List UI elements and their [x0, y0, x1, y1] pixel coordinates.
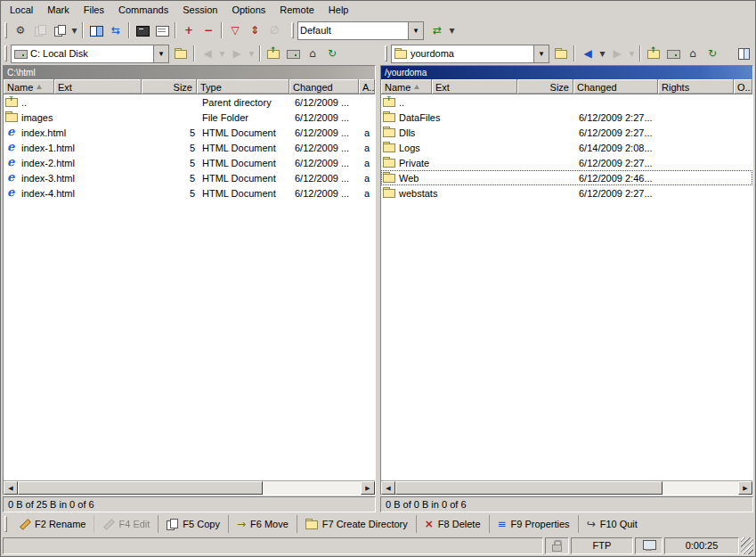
preferences-button[interactable]: ⚙ — [11, 20, 30, 40]
local-drive-combo[interactable]: C: Local Disk — [11, 45, 169, 63]
scrollbar-thumb[interactable] — [395, 481, 663, 495]
column-header[interactable]: Changed — [289, 79, 359, 94]
file-row[interactable]: images File Folder 6/12/2009 ... — [4, 110, 375, 125]
forward-button[interactable]: ▶ — [607, 44, 627, 63]
column-header[interactable]: Size — [142, 79, 197, 94]
f7-create-directory-button[interactable]: F7 Create Directory — [297, 515, 416, 533]
local-path-bar[interactable]: C:\html — [4, 66, 375, 79]
open-directory-button[interactable] — [171, 44, 191, 63]
resize-grip-icon[interactable] — [741, 537, 753, 554]
back-history-dropdown[interactable]: ▾ — [597, 44, 607, 63]
session-button[interactable] — [30, 20, 50, 40]
synchronize-button[interactable]: ⇆ — [106, 20, 126, 40]
file-row[interactable]: .. Parent directory 6/12/2009 ... — [4, 94, 375, 110]
column-header[interactable]: Ext — [54, 79, 142, 94]
root-directory-button[interactable] — [663, 44, 683, 63]
scrollbar-thumb[interactable] — [18, 481, 263, 495]
file-row[interactable]: webstats 6/12/2009 2:27... — [381, 185, 752, 201]
console-button[interactable] — [133, 20, 152, 40]
remote-file-list[interactable]: .. DataFiles 6/12/2009 2:27... — [381, 94, 752, 480]
file-row[interactable]: index-4.html 5 HTML Document 6/12/2009 .… — [4, 185, 375, 201]
session-combo[interactable]: Default — [297, 21, 424, 40]
menu-item[interactable]: Options — [224, 2, 272, 19]
column-header[interactable]: Size — [517, 79, 573, 94]
session-dropdown[interactable]: ▾ — [69, 20, 79, 40]
scroll-right-button[interactable]: ▶ — [361, 481, 375, 495]
f2-rename-button[interactable]: F2 Rename — [11, 515, 93, 533]
back-history-dropdown[interactable]: ▾ — [217, 44, 227, 63]
chevron-down-icon[interactable] — [533, 45, 549, 62]
queue-button[interactable] — [152, 20, 172, 40]
column-header[interactable]: Name — [381, 79, 432, 94]
compare-directories-button[interactable] — [86, 20, 106, 40]
back-button[interactable]: ◀ — [198, 44, 217, 63]
chevron-down-icon[interactable] — [408, 22, 423, 39]
local-file-list[interactable]: .. Parent directory 6/12/2009 ... images… — [4, 94, 375, 480]
menu-item[interactable]: Session — [175, 2, 224, 19]
scroll-left-button[interactable]: ◀ — [4, 481, 18, 495]
scroll-left-button[interactable]: ◀ — [381, 481, 395, 495]
file-row[interactable]: index-3.html 5 HTML Document 6/12/2009 .… — [4, 170, 375, 185]
menu-item[interactable]: Mark — [40, 2, 76, 19]
menu-item[interactable]: Local — [3, 2, 40, 19]
refresh-button[interactable]: ↻ — [703, 44, 722, 63]
panel-layout-button[interactable] — [734, 44, 753, 63]
f10-quit-button[interactable]: ↪ F10 Quit — [578, 515, 646, 533]
f6-move-button[interactable]: → F6 Move — [228, 515, 297, 533]
transfer-settings-dropdown[interactable]: ▾ — [447, 20, 457, 40]
toolbar-grip[interactable] — [291, 22, 294, 38]
file-row[interactable]: index-2.html 5 HTML Document 6/12/2009 .… — [4, 155, 375, 170]
column-header[interactable]: Ext — [432, 79, 517, 94]
toolbar-grip[interactable] — [4, 516, 7, 532]
file-row[interactable]: Private 6/12/2009 2:27... — [381, 155, 752, 170]
duplicate-session-button[interactable] — [50, 20, 69, 40]
open-directory-button[interactable] — [551, 44, 571, 63]
file-row[interactable]: Web 6/12/2009 2:46... — [381, 170, 752, 185]
filter-button[interactable]: ▽ — [225, 20, 245, 40]
local-horizontal-scrollbar[interactable]: ◀ ▶ — [4, 480, 375, 495]
remote-path-bar[interactable]: /yourdoma — [381, 66, 752, 79]
column-header[interactable]: Changed — [573, 79, 658, 94]
scroll-right-button[interactable]: ▶ — [738, 481, 752, 495]
column-header[interactable]: Type — [197, 79, 289, 94]
f8-delete-button[interactable]: × F8 Delete — [416, 515, 489, 533]
remove-button[interactable]: − — [199, 20, 218, 40]
transfer-settings-button[interactable]: ⇄ — [427, 20, 447, 40]
file-row[interactable]: .. — [381, 94, 752, 110]
sort-button[interactable]: ⇕ — [245, 20, 264, 40]
column-header[interactable]: O... — [734, 79, 752, 94]
parent-directory-button[interactable] — [264, 44, 283, 63]
file-row[interactable]: DataFiles 6/12/2009 2:27... — [381, 110, 752, 125]
cancel-button[interactable]: ∅ — [264, 20, 284, 40]
remote-horizontal-scrollbar[interactable]: ◀ ▶ — [381, 480, 752, 495]
forward-button[interactable]: ▶ — [227, 44, 247, 63]
menu-item[interactable]: Remote — [272, 2, 321, 19]
column-header[interactable]: Rights — [658, 79, 734, 94]
file-row[interactable]: Dlls 6/12/2009 2:27... — [381, 125, 752, 140]
file-row[interactable]: index-1.html 5 HTML Document 6/12/2009 .… — [4, 140, 375, 155]
column-header[interactable]: Name — [4, 79, 54, 94]
forward-history-dropdown[interactable]: ▾ — [627, 44, 637, 63]
toolbar-grip[interactable] — [385, 45, 387, 61]
f9-properties-button[interactable]: ≡ F9 Properties — [489, 515, 578, 533]
f4-edit-button[interactable]: F4 Edit — [93, 515, 158, 533]
refresh-button[interactable]: ↻ — [322, 44, 342, 63]
toolbar-grip[interactable] — [4, 22, 7, 38]
forward-history-dropdown[interactable]: ▾ — [247, 44, 256, 63]
remote-directory-combo[interactable]: yourdoma — [391, 45, 549, 63]
column-header[interactable]: A... — [359, 79, 375, 94]
home-directory-button[interactable]: ⌂ — [683, 44, 703, 63]
home-directory-button[interactable]: ⌂ — [303, 44, 322, 63]
menu-item[interactable]: Help — [321, 2, 356, 19]
f5-copy-button[interactable]: F5 Copy — [158, 515, 228, 533]
toolbar-grip[interactable] — [4, 45, 7, 61]
menu-item[interactable]: Commands — [111, 2, 175, 19]
file-row[interactable]: index.html 5 HTML Document 6/12/2009 ...… — [4, 125, 375, 140]
file-row[interactable]: Logs 6/14/2009 2:08... — [381, 140, 752, 155]
parent-directory-button[interactable] — [644, 44, 663, 63]
chevron-down-icon[interactable] — [153, 45, 168, 62]
back-button[interactable]: ◀ — [578, 44, 597, 63]
add-button[interactable]: + — [179, 20, 199, 40]
root-directory-button[interactable] — [283, 44, 303, 63]
menu-item[interactable]: Files — [77, 2, 111, 19]
